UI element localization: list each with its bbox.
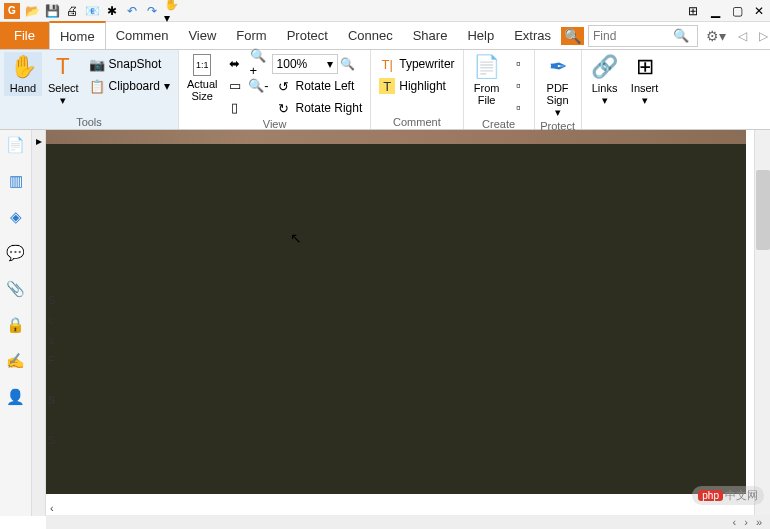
scroll-left-button[interactable]: ‹ xyxy=(50,502,54,514)
layers-icon[interactable]: ◈ xyxy=(7,208,25,226)
document-text-margin: S c a F S S xyxy=(48,290,55,450)
chevron-right-icon: ▸ xyxy=(36,134,42,148)
search-input[interactable] xyxy=(593,29,673,43)
insert-icon: ⊞ xyxy=(636,54,654,80)
rotate-left-button[interactable]: ↺ Rotate Left xyxy=(272,76,367,96)
pdf-sign-button[interactable]: ✒ PDF Sign▾ xyxy=(539,52,577,120)
tab-extras[interactable]: Extras xyxy=(504,22,561,49)
snapshot-button[interactable]: 📷 SnapShot xyxy=(85,54,174,74)
clipboard-button[interactable]: 📋 Clipboard ▾ xyxy=(85,76,174,96)
tab-help[interactable]: Help xyxy=(457,22,504,49)
status-next-icon[interactable]: › xyxy=(744,516,748,528)
status-end-icon[interactable]: » xyxy=(756,516,762,528)
vertical-scrollbar[interactable] xyxy=(754,130,770,516)
zoom-in-icon[interactable]: 🔍+ xyxy=(250,54,268,72)
zoom-select[interactable]: 100% ▾ xyxy=(272,54,338,74)
undo-icon[interactable]: ↶ xyxy=(124,3,140,19)
print-icon[interactable]: 🖨 xyxy=(64,3,80,19)
file-tab[interactable]: File xyxy=(0,22,49,49)
document-viewport[interactable]: S c a F S S ↖ xyxy=(46,130,754,516)
clipboard-create-icon[interactable]: ▫ xyxy=(510,98,528,116)
fit-visible-icon[interactable]: ▯ xyxy=(226,98,244,116)
zoom-tool-icon[interactable]: 🔍 xyxy=(340,57,355,71)
tab-home[interactable]: Home xyxy=(49,21,106,49)
clipboard-icon: 📋 xyxy=(89,78,105,94)
share-icon[interactable]: 👤 xyxy=(7,388,25,406)
tab-protect[interactable]: Protect xyxy=(277,22,338,49)
typewriter-button[interactable]: T| Typewriter xyxy=(375,54,458,74)
links-button[interactable]: 🔗 Links▾ xyxy=(586,52,624,108)
watermark-text: 中文网 xyxy=(725,488,758,503)
scanner-icon[interactable]: ▫ xyxy=(510,76,528,94)
layout-icon[interactable]: ⊞ xyxy=(686,4,700,18)
group-label-empty xyxy=(586,116,664,129)
comments-icon[interactable]: 💬 xyxy=(7,244,25,262)
menu-bar: File Home Commen View Form Protect Conne… xyxy=(0,22,770,50)
panel-expand-button[interactable]: ▸ xyxy=(32,130,46,516)
select-icon: Ꭲ xyxy=(57,54,70,80)
select-button[interactable]: Ꭲ Select▾ xyxy=(44,52,83,108)
fit-width-icon[interactable]: ▭ xyxy=(226,76,244,94)
pages-icon[interactable]: ▥ xyxy=(7,172,25,190)
prev-icon[interactable]: ◁ xyxy=(734,29,751,43)
rotate-right-button[interactable]: ↻ Rotate Right xyxy=(272,98,367,118)
security-icon[interactable]: 🔒 xyxy=(7,316,25,334)
new-icon[interactable]: ✱ xyxy=(104,3,120,19)
blank-icon[interactable]: ▫ xyxy=(510,54,528,72)
tab-view[interactable]: View xyxy=(178,22,226,49)
zoom-value: 100% xyxy=(277,57,308,71)
hand-icon: ✋ xyxy=(10,54,37,80)
redo-icon[interactable]: ↷ xyxy=(144,3,160,19)
attachments-icon[interactable]: 📎 xyxy=(7,280,25,298)
hand-tool-icon[interactable]: ✋▾ xyxy=(164,3,180,19)
from-file-button[interactable]: 📄 From File xyxy=(468,52,506,108)
page-icon: 1:1 xyxy=(193,54,211,76)
open-icon[interactable]: 📂 xyxy=(24,3,40,19)
settings-icon[interactable]: ⚙▾ xyxy=(702,28,730,44)
tab-form[interactable]: Form xyxy=(226,22,276,49)
links-label: Links▾ xyxy=(592,82,618,106)
email-icon[interactable]: 📧 xyxy=(84,3,100,19)
close-button[interactable]: ✕ xyxy=(752,4,766,18)
insert-button[interactable]: ⊞ Insert▾ xyxy=(626,52,664,108)
actual-size-button[interactable]: 1:1 Actual Size xyxy=(183,52,222,104)
tab-connect[interactable]: Connec xyxy=(338,22,403,49)
search-toggle-icon[interactable]: 🔍 xyxy=(561,27,584,45)
bookmarks-icon[interactable]: 📄 xyxy=(7,136,25,154)
group-label-comment: Comment xyxy=(375,116,458,129)
fit-page-icon[interactable]: ⬌ xyxy=(226,54,244,72)
highlight-button[interactable]: T Highlight xyxy=(375,76,458,96)
tab-comment[interactable]: Commen xyxy=(106,22,179,49)
next-icon[interactable]: ▷ xyxy=(755,29,770,43)
ribbon-group-view: 1:1 Actual Size ⬌ ▭ ▯ 🔍+ 🔍- 100% ▾ 🔍 xyxy=(179,50,371,129)
scrollbar-thumb[interactable] xyxy=(756,170,770,250)
status-prev-icon[interactable]: ‹ xyxy=(733,516,737,528)
document-dark-area xyxy=(46,144,746,494)
select-label: Select▾ xyxy=(48,82,79,106)
tab-share[interactable]: Share xyxy=(403,22,458,49)
highlight-label: Highlight xyxy=(399,79,446,93)
status-bar: ‹ › » xyxy=(46,515,770,529)
chevron-down-icon: ▾ xyxy=(327,57,333,71)
window-controls: ⊞ ▁ ▢ ✕ xyxy=(686,4,766,18)
title-bar: G 📂 💾 🖨 📧 ✱ ↶ ↷ ✋▾ ⊞ ▁ ▢ ✕ xyxy=(0,0,770,22)
maximize-button[interactable]: ▢ xyxy=(730,4,744,18)
from-file-label: From File xyxy=(474,82,500,106)
watermark: php 中文网 xyxy=(692,486,764,505)
signatures-icon[interactable]: ✍ xyxy=(7,352,25,370)
zoom-out-icon[interactable]: 🔍- xyxy=(250,76,268,94)
main-area: 📄 ▥ ◈ 💬 📎 🔒 ✍ 👤 ▸ S c a F S S ↖ xyxy=(0,130,770,516)
hand-button[interactable]: ✋ Hand xyxy=(4,52,42,96)
save-icon[interactable]: 💾 xyxy=(44,3,60,19)
link-icon: 🔗 xyxy=(591,54,618,80)
actual-size-label: Actual Size xyxy=(187,78,218,102)
insert-label: Insert▾ xyxy=(631,82,659,106)
search-icon[interactable]: 🔍 xyxy=(673,28,689,43)
ribbon-group-links: 🔗 Links▾ ⊞ Insert▾ xyxy=(582,50,668,129)
minimize-button[interactable]: ▁ xyxy=(708,4,722,18)
horizontal-scroll-row: ‹ xyxy=(46,501,770,515)
chevron-down-icon: ▾ xyxy=(164,79,170,93)
document-icon: 📄 xyxy=(473,54,500,80)
rotate-right-label: Rotate Right xyxy=(296,101,363,115)
find-box[interactable]: 🔍 xyxy=(588,25,698,47)
